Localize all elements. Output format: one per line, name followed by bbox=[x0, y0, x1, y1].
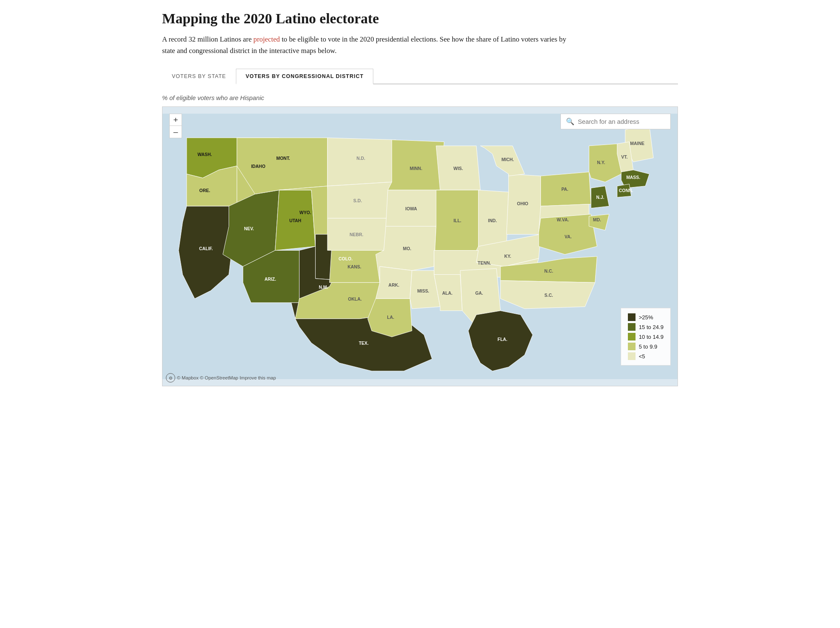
svg-text:MD.: MD. bbox=[593, 218, 601, 222]
svg-text:ARK.: ARK. bbox=[389, 283, 400, 287]
legend-swatch-3 bbox=[628, 333, 636, 341]
zoom-controls: + – bbox=[169, 114, 182, 138]
svg-text:MONT.: MONT. bbox=[276, 156, 290, 161]
svg-text:OKLA.: OKLA. bbox=[348, 297, 362, 301]
legend-item-3: 10 to 14.9 bbox=[628, 333, 664, 341]
legend-item-2: 15 to 24.9 bbox=[628, 323, 664, 331]
svg-text:ARIZ.: ARIZ. bbox=[265, 277, 276, 282]
svg-text:S.C.: S.C. bbox=[544, 293, 553, 298]
projected-link[interactable]: projected bbox=[253, 35, 280, 43]
svg-text:MO.: MO. bbox=[403, 247, 412, 251]
svg-text:ILL.: ILL. bbox=[454, 218, 462, 223]
legend-swatch-5 bbox=[628, 352, 636, 360]
svg-text:CONN.: CONN. bbox=[619, 188, 633, 193]
map-subtitle: % of eligible voters who are Hispanic bbox=[162, 95, 678, 101]
legend: >25% 15 to 24.9 10 to 14.9 5 to 9.9 <5 bbox=[621, 308, 671, 366]
svg-text:COLO.: COLO. bbox=[339, 257, 353, 261]
svg-text:GA.: GA. bbox=[475, 291, 483, 296]
svg-text:WIS.: WIS. bbox=[454, 166, 463, 171]
attribution-text: © Mapbox © OpenStreetMap Improve this ma… bbox=[177, 375, 276, 380]
legend-swatch-1 bbox=[628, 313, 636, 321]
legend-swatch-2 bbox=[628, 323, 636, 331]
legend-label-4: 5 to 9.9 bbox=[639, 343, 658, 350]
search-icon: 🔍 bbox=[566, 117, 574, 126]
svg-text:N.C.: N.C. bbox=[544, 269, 553, 274]
svg-text:LA.: LA. bbox=[387, 315, 394, 320]
search-box: 🔍 bbox=[560, 114, 671, 129]
subtitle: A record 32 million Latinos are projecte… bbox=[162, 34, 569, 57]
svg-text:MISS.: MISS. bbox=[417, 289, 429, 293]
svg-text:CALIF.: CALIF. bbox=[199, 247, 213, 251]
svg-marker-18 bbox=[388, 140, 444, 190]
zoom-in-button[interactable]: + bbox=[170, 114, 182, 126]
tab-by-state[interactable]: VOTERS BY STATE bbox=[162, 69, 236, 84]
svg-text:W.VA.: W.VA. bbox=[557, 218, 569, 222]
svg-text:TENN.: TENN. bbox=[478, 261, 491, 265]
svg-text:PA.: PA. bbox=[561, 187, 568, 192]
legend-label-3: 10 to 14.9 bbox=[639, 334, 664, 340]
svg-marker-8 bbox=[237, 138, 327, 194]
mapbox-logo: ⊙ bbox=[166, 373, 175, 382]
svg-text:OHIO: OHIO bbox=[517, 201, 529, 206]
svg-text:WASH.: WASH. bbox=[198, 152, 212, 157]
legend-item-4: 5 to 9.9 bbox=[628, 343, 664, 350]
svg-text:VT.: VT. bbox=[621, 155, 627, 159]
svg-text:MICH.: MICH. bbox=[501, 157, 514, 162]
svg-text:FLA.: FLA. bbox=[498, 337, 507, 342]
svg-text:N.D.: N.D. bbox=[356, 156, 365, 161]
subtitle-before: A record 32 million Latinos are bbox=[162, 35, 253, 43]
svg-text:N.M.: N.M. bbox=[319, 285, 328, 290]
svg-text:N.Y.: N.Y. bbox=[597, 160, 605, 165]
svg-text:MAINE: MAINE bbox=[630, 141, 644, 146]
svg-text:MINN.: MINN. bbox=[410, 166, 423, 171]
map-container: WASH. ORE. CALIF. IDAHO NEV. ARIZ. UTAH … bbox=[162, 106, 678, 386]
legend-label-1: >25% bbox=[639, 314, 653, 321]
map-attribution: ⊙ © Mapbox © OpenStreetMap Improve this … bbox=[166, 373, 276, 382]
search-input[interactable] bbox=[578, 118, 665, 125]
svg-marker-12 bbox=[328, 138, 396, 186]
legend-item-1: >25% bbox=[628, 313, 664, 321]
svg-text:WYO.: WYO. bbox=[300, 210, 311, 215]
svg-text:IND.: IND. bbox=[488, 218, 497, 223]
svg-text:MASS.: MASS. bbox=[626, 175, 640, 180]
tab-by-district[interactable]: VOTERS BY CONGRESSIONAL DISTRICT bbox=[236, 69, 373, 84]
svg-text:KANS.: KANS. bbox=[347, 265, 361, 269]
choropleth-map: WASH. ORE. CALIF. IDAHO NEV. ARIZ. UTAH … bbox=[162, 107, 678, 386]
legend-item-5: <5 bbox=[628, 352, 664, 360]
svg-text:S.D.: S.D. bbox=[353, 198, 362, 203]
svg-text:IOWA: IOWA bbox=[405, 207, 417, 211]
svg-text:NEBR.: NEBR. bbox=[350, 232, 364, 237]
tabs-container: VOTERS BY STATE VOTERS BY CONGRESSIONAL … bbox=[162, 69, 678, 84]
legend-label-2: 15 to 24.9 bbox=[639, 324, 664, 330]
zoom-out-button[interactable]: – bbox=[170, 126, 182, 138]
svg-text:TEX.: TEX. bbox=[359, 341, 369, 346]
page-title: Mapping the 2020 Latino electorate bbox=[162, 10, 678, 27]
legend-label-5: <5 bbox=[639, 353, 645, 360]
svg-text:VA.: VA. bbox=[565, 234, 572, 239]
svg-text:KY.: KY. bbox=[504, 254, 511, 259]
svg-text:IDAHO: IDAHO bbox=[251, 164, 266, 169]
legend-swatch-4 bbox=[628, 343, 636, 350]
svg-text:UTAH: UTAH bbox=[289, 218, 301, 223]
svg-text:NEV.: NEV. bbox=[244, 226, 254, 231]
svg-text:ORE.: ORE. bbox=[199, 188, 210, 193]
svg-text:N.J.: N.J. bbox=[596, 195, 604, 200]
svg-text:ALA.: ALA. bbox=[442, 291, 452, 296]
